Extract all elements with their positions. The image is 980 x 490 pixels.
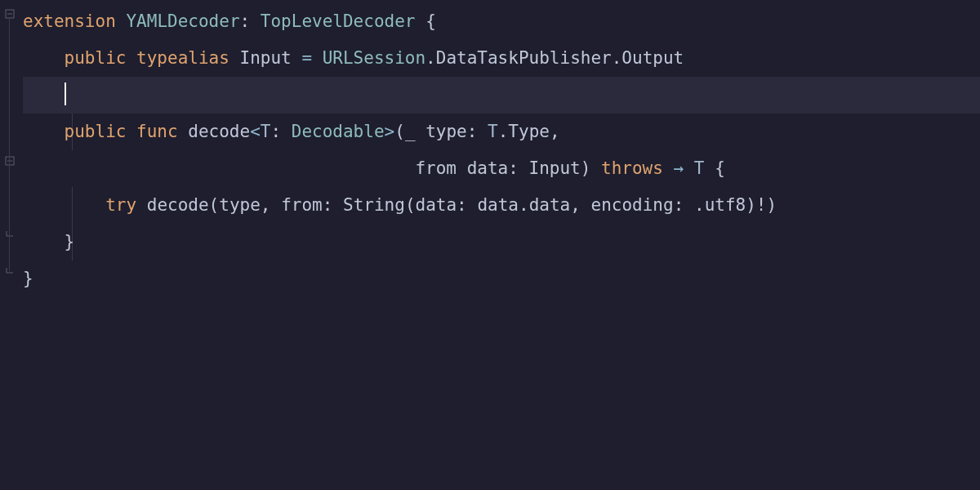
arrow: → [663,158,694,178]
equals: = [292,48,323,68]
fold-end-icon [4,229,16,240]
arg-label: from [281,195,323,215]
code-line-current[interactable] [23,77,980,114]
keyword-extension: extension [23,11,116,31]
colon: : [240,11,261,31]
function-call: decode [147,195,209,215]
return-type: T [694,158,705,178]
arg-label: from [415,158,466,178]
keyword-public: public [65,122,127,141]
arg-label: encoding [591,195,674,215]
brace-close: } [65,232,75,252]
gutter [0,0,20,490]
brace-close: } [23,269,33,288]
code-line[interactable]: try decode(type, from: String(data: data… [23,187,980,224]
type-name: YAMLDecoder [126,11,239,31]
keyword-func: func [126,122,188,141]
code-line[interactable]: } [23,224,980,261]
type-name: TopLevelDecoder [261,11,416,31]
code-area[interactable]: extension YAMLDecoder: TopLevelDecoder {… [23,3,980,297]
keyword-public: public [65,48,127,68]
property: data [529,195,571,215]
type-name: String [343,195,405,215]
keyword-try: try [105,195,136,215]
code-line[interactable]: public func decode<T: Decodable>(_ type:… [23,114,980,150]
code-line[interactable]: extension YAMLDecoder: TopLevelDecoder { [23,3,980,40]
param-name: data [467,158,509,178]
brace-open: { [415,11,435,31]
code-editor[interactable]: extension YAMLDecoder: TopLevelDecoder {… [0,0,980,490]
code-line[interactable]: from data: Input) throws → T { [23,150,980,187]
type-name: Input [529,158,581,178]
type-name: Output [621,48,684,68]
type-name: Input [240,48,292,68]
keyword-typealias: typealias [126,48,239,68]
fold-marker-icon[interactable] [4,8,16,20]
gutter-guide [9,18,10,271]
code-line[interactable]: } [23,261,980,297]
brace-open: { [705,158,725,178]
enum-case: utf8 [705,195,746,215]
arg-label: data [416,195,457,215]
fold-marker-icon[interactable] [4,155,16,167]
text-cursor [65,82,66,105]
function-name: decode [188,122,250,141]
generic-type: T [261,122,271,141]
code-line[interactable]: public typealias Input = URLSession.Data… [23,40,980,77]
keyword-throws: throws [601,158,663,178]
type-name: URLSession [323,48,425,68]
param-name: type [425,122,467,141]
type-name: DataTaskPublisher [436,48,612,68]
type-name: Decodable [292,122,385,141]
fold-end-icon [4,265,16,277]
